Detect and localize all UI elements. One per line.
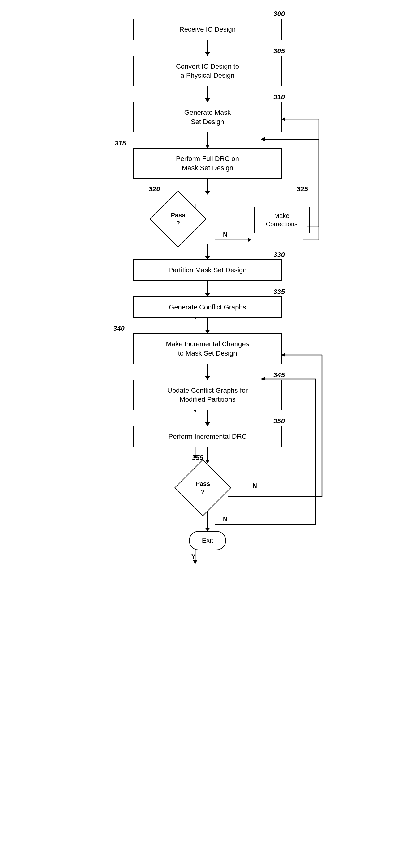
ref-315-label: 315 <box>115 139 126 147</box>
generate-mask-text: Generate MaskSet Design <box>184 108 231 126</box>
exit-oval-wrapper: Exit <box>189 531 226 550</box>
svg-text:Y: Y <box>191 553 196 560</box>
make-incremental-text: Make Incremental Changesto Mask Set Desi… <box>166 340 249 357</box>
ref-335-label: 335 <box>274 288 285 296</box>
n-label-2: N <box>253 482 257 489</box>
make-incremental-box: Make Incremental Changesto Mask Set Desi… <box>133 333 282 364</box>
decision-row-355: 355 Pass? N <box>130 463 285 513</box>
receive-ic-box: Receive IC Design <box>133 19 282 40</box>
flowchart: 300 Receive IC Design 305 Convert IC Des… <box>99 12 316 550</box>
diagram-container: Y N <box>99 12 316 848</box>
ref-310-label: 310 <box>274 93 285 101</box>
diamond-320: Pass? <box>158 199 198 239</box>
ref-345-label: 345 <box>274 371 285 379</box>
arrow-10 <box>207 447 208 463</box>
generate-conflict-text: Generate Conflict Graphs <box>169 303 246 311</box>
make-corrections-text: Make Corrections <box>266 212 297 227</box>
arrow-8 <box>207 364 208 380</box>
arrow-11 <box>207 513 208 531</box>
ref-330-label: 330 <box>274 251 285 259</box>
arrow-5 <box>207 244 208 259</box>
make-corrections-box: Make Corrections <box>254 207 310 233</box>
exit-oval: Exit <box>189 531 226 550</box>
arrow-6 <box>207 281 208 297</box>
exit-text: Exit <box>202 536 213 544</box>
svg-marker-29 <box>193 560 197 564</box>
arrow-7 <box>207 318 208 333</box>
partition-mask-text: Partition Mask Set Design <box>168 266 247 274</box>
update-conflict-box: Update Conflict Graphs forModified Parti… <box>133 380 282 410</box>
arrow-2 <box>207 86 208 102</box>
arrow-9 <box>207 410 208 426</box>
generate-mask-box: Generate MaskSet Design <box>133 102 282 132</box>
diamond-355: Pass? <box>183 468 223 508</box>
ref-320-label: 320 <box>149 185 160 193</box>
perform-inc-drc-text: Perform Incremental DRC <box>168 433 247 440</box>
convert-ic-text: Convert IC Design toa Physical Design <box>176 63 239 80</box>
receive-ic-text: Receive IC Design <box>179 25 236 33</box>
perform-inc-drc-box: Perform Incremental DRC <box>133 426 282 447</box>
ref-340-label: 340 <box>113 324 125 333</box>
ref-350-label: 350 <box>274 417 285 425</box>
ref-300-label: 300 <box>274 10 285 18</box>
perform-full-drc-text: Perform Full DRC onMask Set Design <box>176 155 239 172</box>
decision-row-320: 320 Pass? 325 Make Corrections <box>105 194 310 244</box>
update-conflict-text: Update Conflict Graphs forModified Parti… <box>167 386 248 404</box>
partition-mask-box: Partition Mask Set Design <box>133 259 282 281</box>
perform-full-drc-box: Perform Full DRC onMask Set Design <box>133 148 282 179</box>
arrow-1 <box>207 40 208 56</box>
convert-ic-box: Convert IC Design toa Physical Design <box>133 56 282 86</box>
generate-conflict-box: Generate Conflict Graphs <box>133 297 282 318</box>
ref-325-label: 325 <box>296 185 308 193</box>
arrow-3 <box>207 132 208 148</box>
arrow-4 <box>207 179 208 194</box>
ref-305-label: 305 <box>274 47 285 55</box>
